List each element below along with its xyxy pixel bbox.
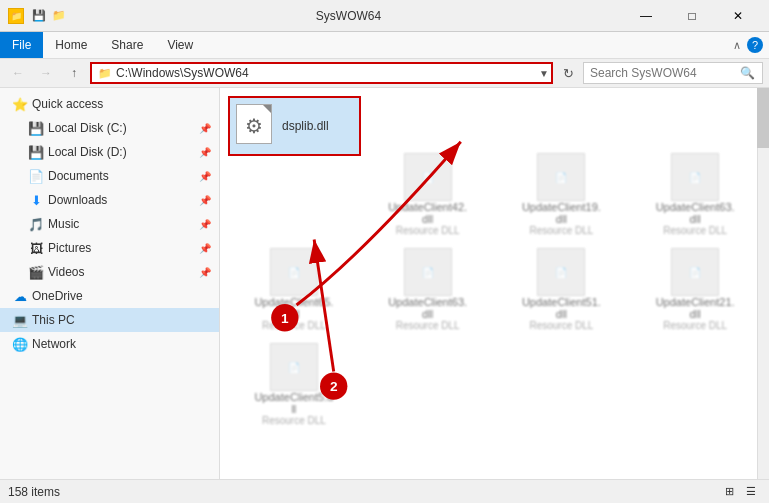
sidebar-item-documents[interactable]: 📄 Documents 📌 bbox=[0, 164, 219, 188]
title-folder-small-icon: 📁 bbox=[52, 9, 66, 22]
file-icon: 📄 bbox=[270, 248, 318, 296]
tab-file[interactable]: File bbox=[0, 32, 43, 58]
view-buttons: ⊞ ☰ bbox=[719, 483, 761, 501]
content-area: 📄 UpdateClient42.dll Resource DLL 📄 Upda… bbox=[220, 88, 769, 479]
downloads-icon: ⬇ bbox=[28, 192, 44, 208]
sidebar-item-quick-access[interactable]: ⭐ Quick access bbox=[0, 92, 219, 116]
scrollbar-thumb[interactable] bbox=[757, 88, 769, 148]
sidebar-item-onedrive[interactable]: ☁ OneDrive bbox=[0, 284, 219, 308]
file-icon: 📄 bbox=[671, 248, 719, 296]
music-icon: 🎵 bbox=[28, 216, 44, 232]
up-button[interactable]: ↑ bbox=[62, 62, 86, 84]
file-name: UpdateClient19.dll bbox=[521, 201, 601, 225]
local-disk-d-icon: 💾 bbox=[28, 144, 44, 160]
file-name: UpdateClient65.dll bbox=[254, 296, 334, 320]
pictures-icon: 🖼 bbox=[28, 240, 44, 256]
pin-icon-videos: 📌 bbox=[199, 267, 211, 278]
pin-icon-c: 📌 bbox=[199, 123, 211, 134]
sidebar-item-videos[interactable]: 🎬 Videos 📌 bbox=[0, 260, 219, 284]
videos-icon: 🎬 bbox=[28, 264, 44, 280]
grid-view-button[interactable]: ⊞ bbox=[719, 483, 739, 501]
pin-icon-docs: 📌 bbox=[199, 171, 211, 182]
ribbon: File Home Share View ∧ ? bbox=[0, 32, 769, 59]
window-controls: — □ ✕ bbox=[623, 0, 761, 32]
title-save-icon: 💾 bbox=[32, 9, 46, 22]
list-item[interactable]: 📄 UpdateClient65.dll Resource DLL bbox=[228, 243, 360, 336]
file-icon: 📄 bbox=[404, 248, 452, 296]
sidebar-item-network[interactable]: 🌐 Network bbox=[0, 332, 219, 356]
status-bar: 158 items ⊞ ☰ bbox=[0, 479, 769, 503]
sidebar-label-quick-access: Quick access bbox=[32, 97, 103, 111]
list-item[interactable]: 📄 UpdateClient63.dll Resource DLL bbox=[362, 243, 494, 336]
sidebar-label-local-disk-c: Local Disk (C:) bbox=[48, 121, 127, 135]
title-bar: 📁 💾 📁 SysWOW64 — □ ✕ bbox=[0, 0, 769, 32]
folder-icon: 📁 bbox=[8, 8, 24, 24]
address-text: C:\Windows\SysWOW64 bbox=[116, 66, 249, 80]
refresh-button[interactable]: ↻ bbox=[557, 62, 579, 84]
sidebar-label-music: Music bbox=[48, 217, 79, 231]
sidebar-item-pictures[interactable]: 🖼 Pictures 📌 bbox=[0, 236, 219, 260]
maximize-button[interactable]: □ bbox=[669, 0, 715, 32]
file-icon: 📄 bbox=[404, 153, 452, 201]
title-bar-icons: 📁 💾 📁 bbox=[8, 8, 66, 24]
forward-button[interactable]: → bbox=[34, 62, 58, 84]
address-folder-icon: 📁 bbox=[98, 67, 112, 80]
sidebar-item-local-disk-c[interactable]: 💾 Local Disk (C:) 📌 bbox=[0, 116, 219, 140]
file-subtext: Resource DLL bbox=[396, 320, 460, 331]
list-item[interactable]: 📄 UpdateClient21.dll Resource DLL bbox=[629, 243, 761, 336]
address-path[interactable]: 📁 C:\Windows\SysWOW64 ▼ bbox=[90, 62, 553, 84]
sidebar-label-network: Network bbox=[32, 337, 76, 351]
scrollbar[interactable] bbox=[757, 88, 769, 479]
list-item[interactable]: 📄 UpdateClient51.dll Resource DLL bbox=[496, 243, 628, 336]
sidebar-item-this-pc[interactable]: 💻 This PC bbox=[0, 308, 219, 332]
ribbon-right: ∧ ? bbox=[733, 37, 769, 53]
main-area: ⭐ Quick access 💾 Local Disk (C:) 📌 💾 Loc… bbox=[0, 88, 769, 479]
file-icon: 📄 bbox=[537, 248, 585, 296]
dll-file-icon: ⚙ bbox=[236, 104, 276, 148]
onedrive-icon: ☁ bbox=[12, 288, 28, 304]
list-item[interactable]: 📄 UpdateClient5.dll Resource DLL bbox=[228, 338, 360, 431]
file-name: UpdateClient51.dll bbox=[521, 296, 601, 320]
sidebar-item-local-disk-d[interactable]: 💾 Local Disk (D:) 📌 bbox=[0, 140, 219, 164]
search-icon: 🔍 bbox=[740, 66, 755, 80]
highlighted-file-item[interactable]: ⚙ dsplib.dll bbox=[228, 96, 361, 156]
ribbon-expand-icon[interactable]: ∧ bbox=[733, 39, 741, 52]
file-name: UpdateClient5.dll bbox=[254, 391, 334, 415]
pin-icon-music: 📌 bbox=[199, 219, 211, 230]
tab-share[interactable]: Share bbox=[99, 32, 155, 58]
sidebar-label-downloads: Downloads bbox=[48, 193, 107, 207]
address-bar: ← → ↑ 📁 C:\Windows\SysWOW64 ▼ ↻ 🔍 bbox=[0, 59, 769, 88]
file-subtext: Resource DLL bbox=[663, 225, 727, 236]
list-view-button[interactable]: ☰ bbox=[741, 483, 761, 501]
file-icon: 📄 bbox=[671, 153, 719, 201]
minimize-button[interactable]: — bbox=[623, 0, 669, 32]
close-button[interactable]: ✕ bbox=[715, 0, 761, 32]
tab-view[interactable]: View bbox=[155, 32, 205, 58]
list-item[interactable]: 📄 UpdateClient42.dll Resource DLL bbox=[362, 148, 494, 241]
tab-home[interactable]: Home bbox=[43, 32, 99, 58]
sidebar-item-downloads[interactable]: ⬇ Downloads 📌 bbox=[0, 188, 219, 212]
search-box[interactable]: 🔍 bbox=[583, 62, 763, 84]
list-item[interactable]: 📄 UpdateClient19.dll Resource DLL bbox=[496, 148, 628, 241]
sidebar-label-documents: Documents bbox=[48, 169, 109, 183]
file-subtext: Resource DLL bbox=[262, 320, 326, 331]
network-icon: 🌐 bbox=[12, 336, 28, 352]
local-disk-c-icon: 💾 bbox=[28, 120, 44, 136]
item-count: 158 items bbox=[8, 485, 60, 499]
this-pc-icon: 💻 bbox=[12, 312, 28, 328]
file-name: UpdateClient21.dll bbox=[655, 296, 735, 320]
sidebar: ⭐ Quick access 💾 Local Disk (C:) 📌 💾 Loc… bbox=[0, 88, 220, 479]
sidebar-item-music[interactable]: 🎵 Music 📌 bbox=[0, 212, 219, 236]
highlighted-file-name: dsplib.dll bbox=[282, 119, 329, 133]
file-name: UpdateClient63.dll bbox=[388, 296, 468, 320]
file-icon: 📄 bbox=[270, 343, 318, 391]
list-item[interactable]: 📄 UpdateClient63.dll Resource DLL bbox=[629, 148, 761, 241]
address-dropdown-icon[interactable]: ▼ bbox=[539, 68, 549, 79]
help-icon[interactable]: ? bbox=[747, 37, 763, 53]
file-subtext: Resource DLL bbox=[262, 415, 326, 426]
file-subtext: Resource DLL bbox=[529, 225, 593, 236]
file-name: UpdateClient63.dll bbox=[655, 201, 735, 225]
back-button[interactable]: ← bbox=[6, 62, 30, 84]
sidebar-label-local-disk-d: Local Disk (D:) bbox=[48, 145, 127, 159]
search-input[interactable] bbox=[590, 66, 740, 80]
